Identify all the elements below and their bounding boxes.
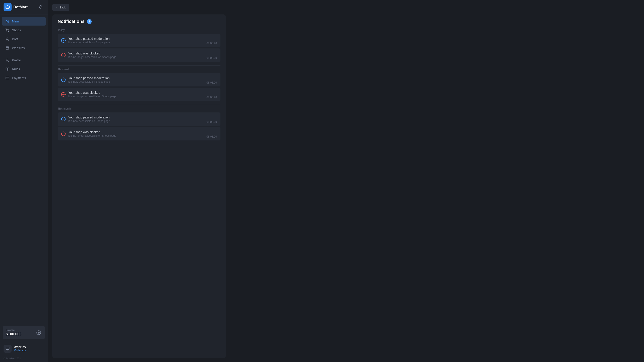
notif-subtitle: It is now accessible on Shops page bbox=[68, 41, 217, 44]
notif-title: Your shop was blocked bbox=[68, 52, 217, 55]
svg-rect-7 bbox=[6, 47, 9, 49]
user-role: Moderator bbox=[14, 349, 26, 352]
svg-point-1 bbox=[6, 7, 7, 7]
copyright: © BotMart 2022 bbox=[0, 355, 48, 362]
notif-text: Your shop passed moderation It is now ac… bbox=[68, 76, 217, 83]
user-info: WebDev Moderator bbox=[14, 345, 26, 352]
notif-date: 08.08.20 bbox=[206, 56, 217, 60]
notif-title: Your shop passed moderation bbox=[68, 116, 217, 119]
balance-label: Balance: bbox=[6, 329, 22, 331]
section-label-today: Today bbox=[58, 28, 220, 31]
botmart-logo-svg bbox=[5, 5, 10, 9]
notification-item: — Your shop was blocked It is no longer … bbox=[58, 88, 220, 101]
websites-icon bbox=[5, 46, 9, 50]
sidebar-item-shops[interactable]: Shops bbox=[2, 26, 46, 34]
notif-text: Your shop was blocked It is no longer ac… bbox=[68, 130, 217, 137]
sidebar-nav: Main Shops Bots bbox=[0, 14, 48, 323]
sidebar-header: BotMart bbox=[0, 0, 48, 14]
notif-subtitle: It is now accessible on Shops page bbox=[68, 120, 217, 123]
svg-point-3 bbox=[7, 5, 8, 5]
bell-icon bbox=[39, 5, 43, 9]
user-section: WebDev Moderator bbox=[0, 342, 48, 355]
sidebar-item-label: Websites bbox=[12, 46, 25, 50]
home-icon bbox=[5, 19, 9, 23]
user-avatar-icon bbox=[6, 347, 10, 351]
section-divider bbox=[58, 105, 220, 105]
sidebar-item-profile[interactable]: Profile bbox=[2, 56, 46, 64]
notif-subtitle: It is no longer accessible on Shops page bbox=[68, 134, 217, 137]
sidebar-item-websites[interactable]: Websites bbox=[2, 44, 46, 52]
balance-info: Balance: $100,000 bbox=[6, 329, 22, 337]
notif-date: 08.08.20 bbox=[206, 120, 217, 124]
svg-rect-0 bbox=[6, 6, 10, 9]
notif-date: 08.08.20 bbox=[206, 81, 217, 84]
app-name: BotMart bbox=[13, 5, 28, 9]
rules-icon bbox=[5, 67, 9, 71]
svg-point-2 bbox=[8, 7, 9, 7]
sidebar-item-label: Shops bbox=[12, 28, 21, 32]
panel-title: Notifications bbox=[58, 19, 84, 24]
notif-text: Your shop passed moderation It is now ac… bbox=[68, 37, 217, 44]
check-icon: ✓ bbox=[61, 117, 66, 121]
sidebar-item-label: Rules bbox=[12, 67, 20, 71]
balance-card: Balance: $100,000 bbox=[3, 326, 45, 339]
notification-item: ✓ Your shop passed moderation It is now … bbox=[58, 34, 220, 47]
check-icon: ✓ bbox=[61, 78, 66, 82]
nav-divider bbox=[4, 54, 44, 54]
notif-subtitle: It is no longer accessible on Shops page bbox=[68, 95, 217, 98]
svg-point-6 bbox=[7, 38, 8, 39]
section-label-week: This week bbox=[58, 68, 220, 71]
profile-icon bbox=[5, 58, 9, 62]
notification-badge: 2 bbox=[87, 19, 92, 24]
sidebar-item-label: Profile bbox=[12, 58, 21, 62]
block-icon: — bbox=[61, 92, 66, 97]
notif-title: Your shop was blocked bbox=[68, 130, 217, 134]
logo-area: BotMart bbox=[4, 3, 28, 11]
block-icon: — bbox=[61, 132, 66, 136]
notif-text: Your shop was blocked It is no longer ac… bbox=[68, 91, 217, 98]
plus-circle-icon bbox=[36, 330, 41, 335]
notifications-panel: Notifications 2 Today ✓ Your shop passed… bbox=[52, 14, 226, 358]
back-label: Back bbox=[60, 6, 66, 9]
section-divider bbox=[58, 65, 220, 66]
avatar bbox=[4, 345, 12, 353]
main-content: Back Notifications 2 Today ✓ Your shop p… bbox=[48, 0, 644, 362]
panel-header: Notifications 2 bbox=[58, 19, 220, 24]
sidebar-item-label: Bots bbox=[12, 37, 18, 41]
add-balance-button[interactable] bbox=[36, 330, 42, 336]
sidebar-item-label: Main bbox=[12, 19, 19, 23]
notif-date: 08.08.20 bbox=[206, 135, 217, 138]
back-button[interactable]: Back bbox=[52, 4, 70, 11]
notification-item: ✓ Your shop passed moderation It is now … bbox=[58, 73, 220, 86]
check-icon: ✓ bbox=[61, 38, 66, 43]
chevron-left-icon bbox=[56, 6, 58, 9]
svg-point-10 bbox=[7, 59, 8, 60]
svg-rect-16 bbox=[6, 347, 9, 350]
sidebar-item-main[interactable]: Main bbox=[2, 17, 46, 25]
notif-text: Your shop was blocked It is no longer ac… bbox=[68, 52, 217, 59]
svg-rect-11 bbox=[6, 77, 9, 79]
balance-amount: $100,000 bbox=[6, 332, 22, 337]
notif-title: Your shop passed moderation bbox=[68, 37, 217, 40]
payments-icon bbox=[5, 76, 9, 80]
sidebar-item-label: Payments bbox=[12, 76, 26, 80]
bots-icon bbox=[5, 37, 9, 41]
bell-button[interactable] bbox=[37, 4, 44, 10]
sidebar: BotMart Main bbox=[0, 0, 48, 362]
notif-text: Your shop passed moderation It is now ac… bbox=[68, 116, 217, 123]
shops-icon bbox=[5, 28, 9, 32]
notification-item: ✓ Your shop passed moderation It is now … bbox=[58, 112, 220, 126]
notification-item: — Your shop was blocked It is no longer … bbox=[58, 48, 220, 62]
block-icon: — bbox=[61, 53, 66, 57]
sidebar-item-payments[interactable]: Payments bbox=[2, 74, 46, 82]
notification-item: — Your shop was blocked It is no longer … bbox=[58, 127, 220, 141]
user-name: WebDev bbox=[14, 345, 26, 349]
notif-date: 08.08.20 bbox=[206, 42, 217, 45]
sidebar-item-rules[interactable]: Rules bbox=[2, 65, 46, 73]
notif-title: Your shop passed moderation bbox=[68, 76, 217, 80]
notif-title: Your shop was blocked bbox=[68, 91, 217, 94]
sidebar-item-bots[interactable]: Bots bbox=[2, 35, 46, 43]
notif-subtitle: It is no longer accessible on Shops page bbox=[68, 56, 217, 59]
notif-date: 08.08.20 bbox=[206, 96, 217, 99]
logo-icon bbox=[4, 3, 12, 11]
